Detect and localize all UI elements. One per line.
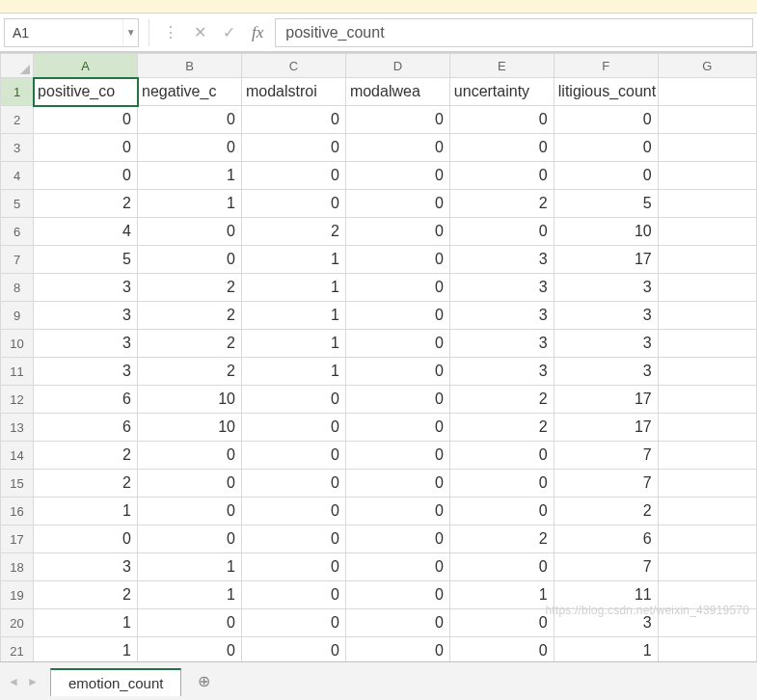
row-head[interactable]: 1 xyxy=(1,78,34,106)
cell[interactable]: 3 xyxy=(449,330,554,358)
row-head[interactable]: 20 xyxy=(1,609,34,637)
cell[interactable]: 10 xyxy=(138,386,242,414)
row-head[interactable]: 8 xyxy=(1,274,34,302)
cell[interactable]: 0 xyxy=(554,106,658,134)
cell[interactable]: 0 xyxy=(241,386,345,414)
cancel-icon[interactable]: ✕ xyxy=(188,21,211,44)
cell[interactable]: 0 xyxy=(449,442,554,470)
cell[interactable]: 7 xyxy=(554,470,658,498)
col-head-F[interactable]: F xyxy=(554,54,658,78)
cell[interactable]: 5 xyxy=(554,190,658,218)
cell[interactable]: 17 xyxy=(554,386,658,414)
cell[interactable]: 2 xyxy=(449,190,554,218)
cell[interactable]: 0 xyxy=(241,581,345,609)
cell[interactable]: 2 xyxy=(138,302,242,330)
cell[interactable]: 1 xyxy=(34,609,138,637)
cell[interactable]: 3 xyxy=(34,274,138,302)
cell[interactable]: 3 xyxy=(34,302,138,330)
cell[interactable] xyxy=(658,470,756,498)
row-head[interactable]: 10 xyxy=(1,330,34,358)
enter-icon[interactable]: ✓ xyxy=(217,21,240,44)
cell[interactable]: 0 xyxy=(345,386,449,414)
row-head[interactable]: 4 xyxy=(1,162,34,190)
cell[interactable]: 0 xyxy=(449,162,554,190)
cell[interactable]: 2 xyxy=(34,442,138,470)
cell[interactable]: 2 xyxy=(138,274,242,302)
cell[interactable]: 0 xyxy=(345,106,449,134)
row-head[interactable]: 6 xyxy=(1,218,34,246)
cell[interactable]: 3 xyxy=(554,274,658,302)
cell[interactable]: 0 xyxy=(345,581,449,609)
cell[interactable]: 0 xyxy=(345,218,449,246)
col-head-G[interactable]: G xyxy=(658,54,756,78)
cell[interactable]: 2 xyxy=(554,498,658,525)
cell[interactable]: 1 xyxy=(241,302,345,330)
cell[interactable]: 0 xyxy=(345,190,449,218)
header-cell[interactable] xyxy=(658,78,756,106)
cell[interactable]: 7 xyxy=(554,553,658,581)
cell[interactable]: 0 xyxy=(449,106,554,134)
select-all-corner[interactable] xyxy=(1,54,34,78)
tab-nav-next-icon[interactable]: ► xyxy=(25,674,41,689)
cell[interactable]: 0 xyxy=(241,553,345,581)
cell[interactable]: 3 xyxy=(554,302,658,330)
cell[interactable]: 1 xyxy=(34,637,138,662)
cell[interactable]: 0 xyxy=(241,525,345,553)
cell[interactable]: 1 xyxy=(138,162,242,190)
cell[interactable]: 0 xyxy=(138,218,242,246)
cell[interactable]: 1 xyxy=(449,581,554,609)
cell[interactable]: 0 xyxy=(449,609,554,637)
cell[interactable] xyxy=(658,442,756,470)
cell[interactable]: 0 xyxy=(138,525,242,553)
cell[interactable]: 0 xyxy=(554,134,658,162)
cell[interactable]: 0 xyxy=(241,414,345,442)
cell[interactable]: 1 xyxy=(34,498,138,525)
cell[interactable]: 0 xyxy=(345,358,449,386)
cell[interactable]: 6 xyxy=(554,525,658,553)
cell[interactable]: 0 xyxy=(138,246,242,274)
cell[interactable]: 0 xyxy=(138,637,242,662)
cell[interactable]: 0 xyxy=(241,190,345,218)
cell[interactable]: 17 xyxy=(554,414,658,442)
spreadsheet-grid[interactable]: ABCDEFG 1positive_conegative_cmodalstroi… xyxy=(0,53,757,661)
cell[interactable]: 0 xyxy=(241,106,345,134)
cell[interactable]: 2 xyxy=(449,414,554,442)
fx-icon[interactable]: fx xyxy=(246,23,269,42)
cell[interactable]: 2 xyxy=(449,525,554,553)
header-cell[interactable]: positive_co xyxy=(34,78,138,106)
cell[interactable]: 0 xyxy=(449,637,554,662)
cell[interactable]: 0 xyxy=(345,162,449,190)
cell[interactable]: 0 xyxy=(345,274,449,302)
cell[interactable]: 0 xyxy=(345,637,449,662)
row-head[interactable]: 7 xyxy=(1,246,34,274)
cell[interactable]: 2 xyxy=(34,581,138,609)
cell[interactable] xyxy=(658,637,756,662)
cell[interactable]: 1 xyxy=(241,330,345,358)
cell[interactable] xyxy=(658,525,756,553)
cell[interactable]: 6 xyxy=(34,386,138,414)
cell[interactable]: 0 xyxy=(241,637,345,662)
header-cell[interactable]: negative_c xyxy=(138,78,242,106)
cell[interactable] xyxy=(658,218,756,246)
cell[interactable]: 0 xyxy=(138,498,242,525)
cell[interactable]: 3 xyxy=(34,330,138,358)
cell[interactable]: 0 xyxy=(34,106,138,134)
cell[interactable]: 3 xyxy=(34,358,138,386)
cell[interactable]: 0 xyxy=(34,134,138,162)
cell[interactable] xyxy=(658,358,756,386)
cell[interactable]: 0 xyxy=(345,442,449,470)
cell[interactable]: 6 xyxy=(34,414,138,442)
row-head[interactable]: 16 xyxy=(1,498,34,525)
cell[interactable]: 2 xyxy=(138,330,242,358)
cell[interactable]: 10 xyxy=(554,218,658,246)
cell[interactable]: 0 xyxy=(345,330,449,358)
cell[interactable] xyxy=(658,386,756,414)
header-cell[interactable]: modalstroi xyxy=(241,78,345,106)
cell[interactable]: 2 xyxy=(449,386,554,414)
cell[interactable]: 2 xyxy=(241,218,345,246)
col-head-E[interactable]: E xyxy=(449,54,554,78)
cell[interactable]: 7 xyxy=(554,442,658,470)
cell[interactable]: 0 xyxy=(345,414,449,442)
cell[interactable]: 0 xyxy=(34,525,138,553)
col-head-D[interactable]: D xyxy=(345,54,449,78)
